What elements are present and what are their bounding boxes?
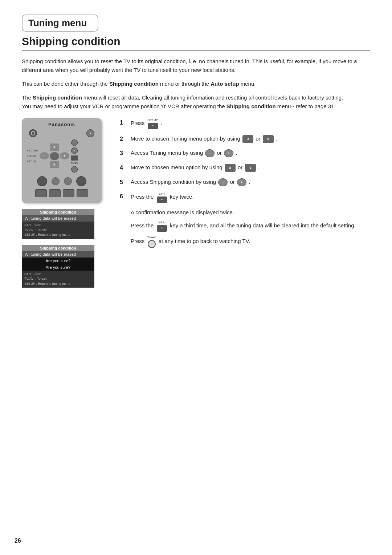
step-3: 3 Access Tuning menu by using − or + . xyxy=(120,149,370,158)
str-label-above-6: STR xyxy=(159,192,165,197)
footer2-line-2: TV/AV : To exit xyxy=(24,276,92,281)
menu-screen-2-footer: STR : Start TV/AV : To exit SETUP : Retu… xyxy=(22,271,94,288)
step-1: 1 Press SET UP ▪▪ . xyxy=(120,118,370,129)
plus-btn-5: + xyxy=(237,178,246,186)
step-6-text: Press the STR ▪▪ key twice. xyxy=(131,192,194,203)
setup-label-above: SET UP xyxy=(147,118,158,123)
bold-auto-setup: Auto setup xyxy=(211,81,239,87)
tv-brand-label: Panasonic xyxy=(48,122,75,127)
left-column: Panasonic ✦ PICTURE SOUND xyxy=(22,118,109,288)
step-6-cont2: Press the STR ▪▪ key a third time, and a… xyxy=(120,220,370,232)
menu-screen-1-title: Shipping condition xyxy=(22,209,94,215)
nav-minus-btn[interactable]: − xyxy=(40,152,49,159)
step-4-text: Move to chosen menu option by using ∧ or… xyxy=(131,163,260,172)
picture-label: PICTURE xyxy=(27,149,38,152)
step-1-text: Press SET UP ▪▪ . xyxy=(131,118,162,129)
rect-btn-3[interactable] xyxy=(63,189,74,197)
picture-icon-btn[interactable] xyxy=(71,139,78,146)
step-6: 6 Press the STR ▪▪ key twice. xyxy=(120,192,370,203)
minus-btn-3: − xyxy=(205,149,215,157)
footer2-line-1: STR : Start xyxy=(24,272,92,277)
step-4-num: 4 xyxy=(120,163,131,173)
str-btn-6: STR ▪▪ xyxy=(156,192,168,203)
setup-label: SET UP xyxy=(27,160,38,163)
footer-line-1: STR : Start xyxy=(24,223,92,228)
arrow-up-btn-4: ∧ xyxy=(225,164,236,172)
sound-icon-btn[interactable]: ♪ xyxy=(71,147,78,154)
menu-screen-2-row1: All tuning data will be erased xyxy=(22,251,94,258)
str-btn-icon-6b: ▪▪ xyxy=(157,225,167,232)
final-step: Press TV/AV ○ at any time to go back to … xyxy=(120,235,370,248)
power-button[interactable] xyxy=(29,129,37,137)
nav-down-btn[interactable]: ∨ xyxy=(50,161,59,168)
minus-btn-5: − xyxy=(218,178,228,186)
tvav-icon-final: ○ xyxy=(148,240,156,248)
intro-para1: Shipping condition allows you to reset t… xyxy=(22,57,370,74)
step-5: 5 Access Shipping condition by using − o… xyxy=(120,178,370,187)
step-2-num: 2 xyxy=(120,134,131,144)
arrow-down-btn-2: ∨ xyxy=(263,135,274,143)
step-1-num: 1 xyxy=(120,118,131,127)
step-2: 2 Move to chosen Tuning menu option by u… xyxy=(120,134,370,144)
intro-para2: This can be done either through the Ship… xyxy=(22,80,370,88)
str-btn-icon-6: ▪▪ xyxy=(157,197,167,203)
page-title: Shipping condition xyxy=(22,35,370,50)
sound-label: SOUND xyxy=(27,155,38,157)
nav-center-btn xyxy=(50,152,59,160)
arrow-down-btn-4: ∨ xyxy=(245,164,256,172)
section-title: Tuning menu xyxy=(22,15,98,32)
step-3-text: Access Tuning menu by using − or + . xyxy=(131,149,237,157)
footer-line-3: SETUP : Return to tuning menu xyxy=(24,232,92,238)
bold-shipping-3: Shipping condition xyxy=(226,103,276,109)
tvav-icon-btn[interactable] xyxy=(71,166,78,173)
step-5-num: 5 xyxy=(120,178,131,187)
setup-button-inline: SET UP ▪▪ xyxy=(147,118,159,129)
tvav-label-final: TV/AV xyxy=(147,235,156,240)
footer-line-2: TV/AV : To exit xyxy=(24,228,92,233)
bottom-circle-4[interactable] xyxy=(76,176,86,186)
step-6-cont1: A confirmation message is displayed twic… xyxy=(120,208,370,217)
tv-icon-btn: ✦ xyxy=(86,129,94,137)
setup-btn-icon: ▪▪ xyxy=(148,123,158,129)
menu-screen-2: Shipping condition All tuning data will … xyxy=(22,245,94,288)
menu-screen-2-title: Shipping condition xyxy=(22,245,94,251)
nav-plus-btn[interactable]: + xyxy=(60,152,69,159)
step-3-num: 3 xyxy=(120,149,131,158)
nav-up-btn[interactable]: ∧ xyxy=(50,143,59,151)
menu-screen-1-row1: All tuning data will be erased xyxy=(22,215,94,222)
intro-para3: The Shipping condition menu will reset a… xyxy=(22,93,370,111)
str-btn-6b: STR ▪▪ xyxy=(156,220,168,232)
step-2-text: Move to chosen Tuning menu option by usi… xyxy=(131,134,277,143)
step-5-text: Access Shipping condition by using − or … xyxy=(131,178,250,186)
page-number: 26 xyxy=(15,538,21,544)
rect-btn-4[interactable] xyxy=(77,189,88,197)
step-4: 4 Move to chosen menu option by using ∧ … xyxy=(120,163,370,173)
menu-screen-2-row3: Are you sure? xyxy=(22,264,94,271)
setup-icon-btn[interactable] xyxy=(71,155,78,161)
bold-shipping-2: Shipping condition xyxy=(33,94,82,101)
tvav-btn-final: TV/AV ○ xyxy=(147,235,156,248)
right-column: 1 Press SET UP ▪▪ . 2 Move to chosen Tun… xyxy=(120,118,370,288)
tv-panel: Panasonic ✦ PICTURE SOUND xyxy=(22,118,102,203)
bottom-circle-2[interactable] xyxy=(52,177,60,185)
arrow-up-btn-2: ∧ xyxy=(242,135,253,143)
bottom-circle-1[interactable] xyxy=(37,176,47,186)
footer2-line-3: SETUP : Return to tuning menu xyxy=(24,281,92,287)
menu-screen-2-row2: Are you sure? xyxy=(22,258,94,264)
plus-btn-3: + xyxy=(224,149,233,157)
str-label-above-6b: STR xyxy=(159,220,165,225)
menu-screen-1-footer: STR : Start TV/AV : To exit SETUP : Retu… xyxy=(22,222,94,239)
bold-shipping-1: Shipping condition xyxy=(109,81,159,87)
rect-btn-2[interactable] xyxy=(49,189,61,197)
step-6-num: 6 xyxy=(120,192,131,201)
bottom-circle-3[interactable] xyxy=(64,177,72,185)
menu-screen-1: Shipping condition All tuning data will … xyxy=(22,209,94,239)
tvav-label: TV/AV xyxy=(71,162,78,165)
rect-btn-1[interactable] xyxy=(35,189,47,197)
